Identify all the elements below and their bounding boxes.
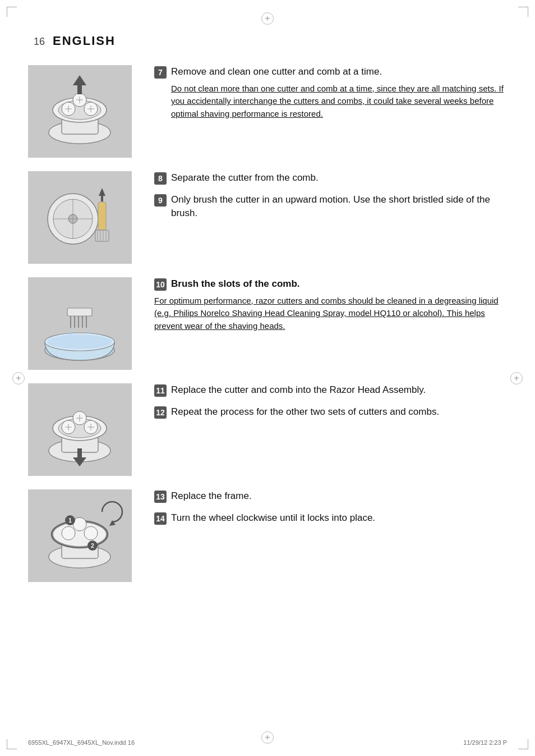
step-text-10: Brush the slots of the comb. <box>171 277 300 291</box>
step-text-9: Only brush the cutter in an upward motio… <box>171 193 507 221</box>
step-line-7: 7 Remove and clean one cutter and comb a… <box>154 65 507 79</box>
step-badge-8: 8 <box>154 172 167 185</box>
text-col-1: 7 Remove and clean one cutter and comb a… <box>154 65 507 128</box>
image-col-1 <box>28 65 137 158</box>
svg-point-61 <box>84 526 98 540</box>
image-col-3 <box>28 277 137 370</box>
footer-right: 11/29/12 2:23 P <box>463 739 507 746</box>
step-row-12: 12 Repeat the process for the other two … <box>154 405 507 419</box>
step-badge-14: 14 <box>154 512 167 525</box>
illustration-5: 1 2 <box>28 489 132 582</box>
step-badge-13: 13 <box>154 491 167 503</box>
footer-left: 6955XL_6947XL_6945XL_Nov.indd 16 <box>28 739 135 746</box>
step-badge-7: 7 <box>154 66 167 79</box>
image-col-4 <box>28 383 137 476</box>
step-note-10: For optimum performance, razor cutters a… <box>154 295 507 333</box>
step-text-14: Turn the wheel clockwise until it locks … <box>171 511 375 525</box>
svg-point-60 <box>62 526 75 540</box>
text-col-2: 8 Separate the cutter from the comb. 9 O… <box>154 171 507 224</box>
step-line-8: 8 Separate the cutter from the comb. <box>154 171 507 185</box>
page: 16 ENGLISH <box>0 0 535 756</box>
svg-point-31 <box>47 335 112 349</box>
step-line-11: 11 Replace the cutter and comb into the … <box>154 383 507 397</box>
page-language: ENGLISH <box>53 34 116 48</box>
instruction-block-1: 7 Remove and clean one cutter and comb a… <box>28 65 507 158</box>
step-line-10: 10 Brush the slots of the comb. <box>154 277 507 291</box>
svg-point-38 <box>69 332 72 335</box>
step-badge-9: 9 <box>154 194 167 207</box>
step-text-11: Replace the cutter and comb into the Raz… <box>171 383 426 397</box>
step-badge-10: 10 <box>154 278 167 291</box>
step-badge-12: 12 <box>154 406 167 419</box>
text-col-3: 10 Brush the slots of the comb. For opti… <box>154 277 507 338</box>
image-col-5: 1 2 <box>28 489 137 582</box>
step-text-12: Repeat the process for the other two set… <box>171 405 439 419</box>
svg-text:1: 1 <box>68 517 72 524</box>
reg-mark-left <box>12 372 25 384</box>
svg-point-39 <box>87 331 90 333</box>
svg-text:2: 2 <box>91 543 94 549</box>
content-area: 7 Remove and clean one cutter and comb a… <box>28 65 507 595</box>
step-text-7: Remove and clean one cutter and comb at … <box>171 65 382 79</box>
instruction-block-2: 8 Separate the cutter from the comb. 9 O… <box>28 171 507 264</box>
page-header: 16 ENGLISH <box>28 34 507 48</box>
illustration-1 <box>28 65 132 158</box>
illustration-3 <box>28 277 132 370</box>
step-line-12: 12 Repeat the process for the other two … <box>154 405 507 419</box>
page-footer: 6955XL_6947XL_6945XL_Nov.indd 16 11/29/1… <box>0 739 535 746</box>
step-line-14: 14 Turn the wheel clockwise until it loc… <box>154 511 507 525</box>
image-col-2 <box>28 171 137 264</box>
step-row-14: 14 Turn the wheel clockwise until it loc… <box>154 511 507 525</box>
step-line-9: 9 Only brush the cutter in an upward mot… <box>154 193 507 221</box>
step-text-13: Replace the frame. <box>171 489 252 503</box>
text-col-4: 11 Replace the cutter and comb into the … <box>154 383 507 422</box>
step-badge-11: 11 <box>154 384 167 397</box>
svg-rect-22 <box>95 230 109 241</box>
step-line-13: 13 Replace the frame. <box>154 489 507 503</box>
reg-mark-right <box>510 372 523 384</box>
instruction-block-3: 10 Brush the slots of the comb. For opti… <box>28 277 507 370</box>
step-row-9: 9 Only brush the cutter in an upward mot… <box>154 193 507 221</box>
instruction-block-4: 11 Replace the cutter and comb into the … <box>28 383 507 476</box>
svg-rect-21 <box>98 202 106 230</box>
page-number: 16 <box>34 36 45 48</box>
crop-mark-tl <box>7 7 17 17</box>
crop-mark-tr <box>518 7 528 17</box>
svg-rect-32 <box>67 308 92 316</box>
illustration-2 <box>28 171 132 264</box>
illustration-4 <box>28 383 132 476</box>
step-note-7: Do not clean more than one cutter and co… <box>171 83 507 121</box>
instruction-block-5: 1 2 13 Replace the frame. <box>28 489 507 582</box>
text-col-5: 13 Replace the frame. 14 Turn the wheel … <box>154 489 507 528</box>
step-text-8: Separate the cutter from the comb. <box>171 171 319 185</box>
reg-mark-top <box>261 12 274 25</box>
